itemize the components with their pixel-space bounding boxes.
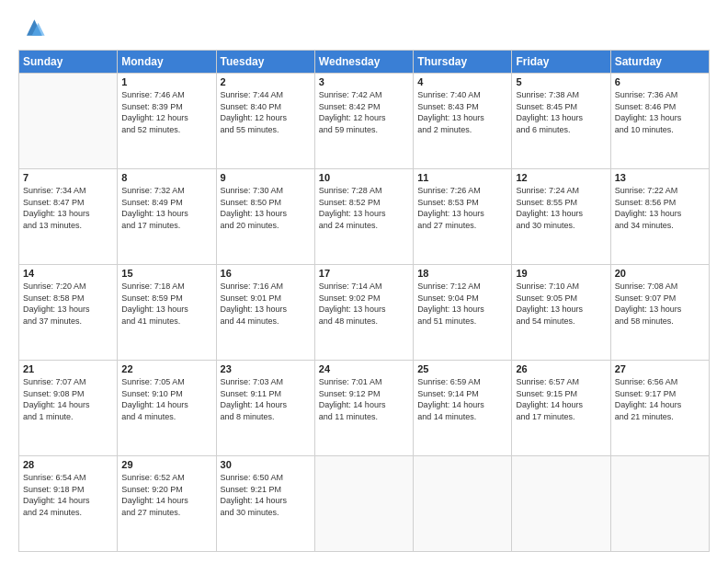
day-info: Sunrise: 6:59 AMSunset: 9:14 PMDaylight:…: [417, 376, 507, 422]
calendar-cell: 24Sunrise: 7:01 AMSunset: 9:12 PMDayligh…: [314, 361, 413, 456]
day-number: 24: [319, 363, 409, 374]
day-info: Sunrise: 7:18 AMSunset: 8:59 PMDaylight:…: [121, 281, 211, 327]
day-number: 6: [615, 76, 705, 87]
calendar-cell: 22Sunrise: 7:05 AMSunset: 9:10 PMDayligh…: [118, 361, 216, 456]
day-number: 4: [417, 76, 507, 87]
calendar-cell: 14Sunrise: 7:20 AMSunset: 8:58 PMDayligh…: [19, 265, 118, 361]
calendar-week-4: 21Sunrise: 7:07 AMSunset: 9:08 PMDayligh…: [19, 361, 710, 456]
day-number: 16: [221, 268, 311, 279]
day-number: 28: [23, 459, 113, 470]
calendar-cell: 7Sunrise: 7:34 AMSunset: 8:47 PMDaylight…: [19, 169, 118, 265]
day-info: Sunrise: 7:44 AMSunset: 8:40 PMDaylight:…: [221, 89, 311, 135]
day-info: Sunrise: 7:46 AMSunset: 8:39 PMDaylight:…: [121, 89, 211, 135]
day-info: Sunrise: 6:52 AMSunset: 9:20 PMDaylight:…: [121, 472, 211, 518]
calendar-cell: [19, 74, 118, 169]
day-number: 27: [615, 363, 705, 374]
day-number: 10: [319, 172, 409, 183]
calendar-cell: 25Sunrise: 6:59 AMSunset: 9:14 PMDayligh…: [414, 361, 512, 456]
day-number: 30: [221, 459, 311, 470]
day-number: 8: [121, 172, 211, 183]
day-number: 7: [23, 172, 113, 183]
calendar-cell: 1Sunrise: 7:46 AMSunset: 8:39 PMDaylight…: [118, 74, 216, 169]
day-number: 29: [121, 459, 211, 470]
calendar-cell: 28Sunrise: 6:54 AMSunset: 9:18 PMDayligh…: [19, 456, 118, 552]
day-info: Sunrise: 7:12 AMSunset: 9:04 PMDaylight:…: [417, 281, 507, 327]
calendar-cell: 29Sunrise: 6:52 AMSunset: 9:20 PMDayligh…: [118, 456, 216, 552]
day-info: Sunrise: 7:05 AMSunset: 9:10 PMDaylight:…: [121, 376, 211, 422]
day-info: Sunrise: 7:24 AMSunset: 8:55 PMDaylight:…: [516, 185, 606, 231]
calendar-cell: 18Sunrise: 7:12 AMSunset: 9:04 PMDayligh…: [414, 265, 512, 361]
calendar-cell: 10Sunrise: 7:28 AMSunset: 8:52 PMDayligh…: [314, 169, 413, 265]
day-info: Sunrise: 6:57 AMSunset: 9:15 PMDaylight:…: [516, 376, 606, 422]
calendar-cell: 6Sunrise: 7:36 AMSunset: 8:46 PMDaylight…: [610, 74, 709, 169]
weekday-header-row: SundayMondayTuesdayWednesdayThursdayFrid…: [19, 51, 710, 74]
calendar-cell: 26Sunrise: 6:57 AMSunset: 9:15 PMDayligh…: [512, 361, 610, 456]
calendar-week-3: 14Sunrise: 7:20 AMSunset: 8:58 PMDayligh…: [19, 265, 710, 361]
day-number: 21: [23, 363, 113, 374]
day-info: Sunrise: 7:40 AMSunset: 8:43 PMDaylight:…: [417, 89, 507, 135]
day-number: 2: [221, 76, 311, 87]
day-number: 17: [319, 268, 409, 279]
day-info: Sunrise: 7:03 AMSunset: 9:11 PMDaylight:…: [221, 376, 311, 422]
calendar-cell: 2Sunrise: 7:44 AMSunset: 8:40 PMDaylight…: [216, 74, 314, 169]
day-info: Sunrise: 7:34 AMSunset: 8:47 PMDaylight:…: [23, 185, 113, 231]
calendar-cell: 30Sunrise: 6:50 AMSunset: 9:21 PMDayligh…: [216, 456, 314, 552]
weekday-header-saturday: Saturday: [610, 51, 709, 74]
weekday-header-wednesday: Wednesday: [314, 51, 413, 74]
calendar-week-1: 1Sunrise: 7:46 AMSunset: 8:39 PMDaylight…: [19, 74, 710, 169]
day-number: 23: [221, 363, 311, 374]
day-number: 19: [516, 268, 606, 279]
day-number: 26: [516, 363, 606, 374]
calendar-cell: 19Sunrise: 7:10 AMSunset: 9:05 PMDayligh…: [512, 265, 610, 361]
header: [18, 15, 710, 40]
weekday-header-thursday: Thursday: [414, 51, 512, 74]
day-info: Sunrise: 7:22 AMSunset: 8:56 PMDaylight:…: [615, 185, 705, 231]
day-info: Sunrise: 7:30 AMSunset: 8:50 PMDaylight:…: [221, 185, 311, 231]
calendar-week-5: 28Sunrise: 6:54 AMSunset: 9:18 PMDayligh…: [19, 456, 710, 552]
day-number: 11: [417, 172, 507, 183]
day-info: Sunrise: 7:36 AMSunset: 8:46 PMDaylight:…: [615, 89, 705, 135]
calendar-cell: 21Sunrise: 7:07 AMSunset: 9:08 PMDayligh…: [19, 361, 118, 456]
weekday-header-monday: Monday: [118, 51, 216, 74]
calendar-cell: 20Sunrise: 7:08 AMSunset: 9:07 PMDayligh…: [610, 265, 709, 361]
calendar-cell: 17Sunrise: 7:14 AMSunset: 9:02 PMDayligh…: [314, 265, 413, 361]
day-info: Sunrise: 7:20 AMSunset: 8:58 PMDaylight:…: [23, 281, 113, 327]
logo-icon: [20, 15, 46, 40]
calendar-cell: 23Sunrise: 7:03 AMSunset: 9:11 PMDayligh…: [216, 361, 314, 456]
calendar-cell: [414, 456, 512, 552]
day-info: Sunrise: 7:14 AMSunset: 9:02 PMDaylight:…: [319, 281, 409, 327]
calendar-cell: 12Sunrise: 7:24 AMSunset: 8:55 PMDayligh…: [512, 169, 610, 265]
calendar-cell: 3Sunrise: 7:42 AMSunset: 8:42 PMDaylight…: [314, 74, 413, 169]
logo: [18, 15, 46, 40]
day-number: 12: [516, 172, 606, 183]
day-number: 14: [23, 268, 113, 279]
calendar-cell: 9Sunrise: 7:30 AMSunset: 8:50 PMDaylight…: [216, 169, 314, 265]
day-info: Sunrise: 6:56 AMSunset: 9:17 PMDaylight:…: [615, 376, 705, 422]
day-number: 1: [121, 76, 211, 87]
weekday-header-friday: Friday: [512, 51, 610, 74]
calendar-body: 1Sunrise: 7:46 AMSunset: 8:39 PMDaylight…: [19, 74, 710, 552]
day-number: 18: [417, 268, 507, 279]
day-number: 13: [615, 172, 705, 183]
day-number: 15: [121, 268, 211, 279]
weekday-header-tuesday: Tuesday: [216, 51, 314, 74]
day-number: 3: [319, 76, 409, 87]
day-info: Sunrise: 7:08 AMSunset: 9:07 PMDaylight:…: [615, 281, 705, 327]
day-info: Sunrise: 7:28 AMSunset: 8:52 PMDaylight:…: [319, 185, 409, 231]
calendar-cell: 27Sunrise: 6:56 AMSunset: 9:17 PMDayligh…: [610, 361, 709, 456]
calendar-cell: 11Sunrise: 7:26 AMSunset: 8:53 PMDayligh…: [414, 169, 512, 265]
calendar: SundayMondayTuesdayWednesdayThursdayFrid…: [18, 50, 710, 552]
day-info: Sunrise: 7:42 AMSunset: 8:42 PMDaylight:…: [319, 89, 409, 135]
day-number: 22: [121, 363, 211, 374]
calendar-cell: 13Sunrise: 7:22 AMSunset: 8:56 PMDayligh…: [610, 169, 709, 265]
day-info: Sunrise: 7:16 AMSunset: 9:01 PMDaylight:…: [221, 281, 311, 327]
calendar-cell: 16Sunrise: 7:16 AMSunset: 9:01 PMDayligh…: [216, 265, 314, 361]
calendar-cell: [610, 456, 709, 552]
day-number: 25: [417, 363, 507, 374]
day-number: 9: [221, 172, 311, 183]
day-number: 20: [615, 268, 705, 279]
day-info: Sunrise: 7:38 AMSunset: 8:45 PMDaylight:…: [516, 89, 606, 135]
day-info: Sunrise: 6:50 AMSunset: 9:21 PMDaylight:…: [221, 472, 311, 518]
calendar-cell: [314, 456, 413, 552]
day-info: Sunrise: 7:32 AMSunset: 8:49 PMDaylight:…: [121, 185, 211, 231]
